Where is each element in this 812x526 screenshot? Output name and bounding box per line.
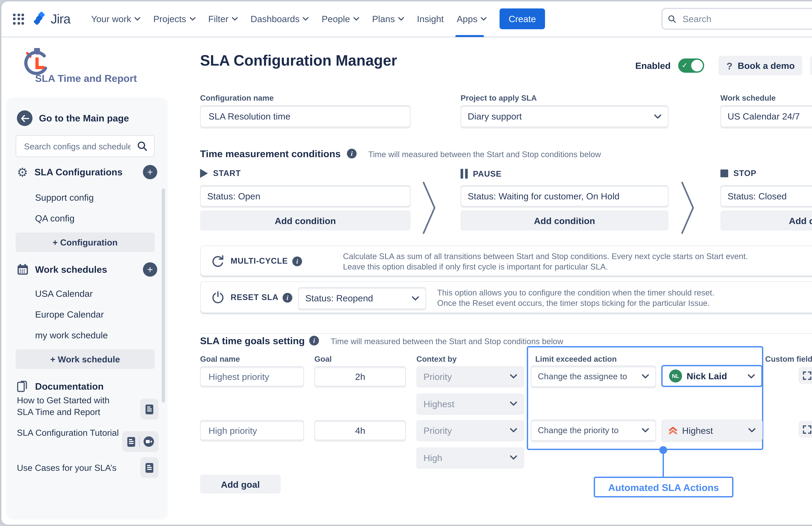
assignee-avatar: NL bbox=[669, 369, 682, 382]
search-icon bbox=[668, 14, 677, 24]
info-icon[interactable]: i bbox=[347, 149, 357, 159]
setup-wizard-button[interactable]: Setup Wizard bbox=[810, 56, 812, 75]
limit-exceeded-header: Limit exceeded action bbox=[535, 354, 617, 364]
global-search[interactable] bbox=[662, 8, 812, 30]
limit-action-select[interactable]: Change the priority to bbox=[531, 420, 656, 441]
stop-icon bbox=[721, 170, 728, 177]
start-condition-field[interactable]: Status: Open bbox=[200, 185, 410, 206]
book-a-demo-button[interactable]: ? Book a demo bbox=[719, 56, 802, 75]
goal-name-field[interactable] bbox=[200, 366, 304, 386]
sidebar-item-support-config[interactable]: Support config bbox=[35, 192, 94, 203]
configurations-gear-icon: ⚙ bbox=[17, 166, 28, 178]
article-icon bbox=[145, 463, 153, 472]
sidebar-item-usa-calendar[interactable]: USA Calendar bbox=[35, 288, 93, 299]
work-schedules-section-header: Work schedules + bbox=[17, 262, 157, 277]
automated-sla-actions-callout: Automated SLA Actions bbox=[594, 477, 734, 497]
time-conditions-subtitle: Time will measured between the Start and… bbox=[368, 150, 601, 159]
add-goal-button[interactable]: Add goal bbox=[200, 475, 281, 494]
sidebar-item-europe-calendar[interactable]: Europe Calendar bbox=[35, 309, 104, 320]
app-stage: Jira Your work Projects Filter Dashboard… bbox=[0, 0, 812, 526]
go-to-main-page-button[interactable]: Go to the Main page bbox=[17, 111, 129, 126]
context-value-select[interactable]: High bbox=[416, 448, 524, 468]
nav-apps[interactable]: Apps bbox=[450, 1, 493, 37]
reset-sla-card: RESET SLA i Status: Reopend This option … bbox=[200, 281, 812, 313]
goal-header: Goal bbox=[315, 354, 332, 364]
reset-condition-select[interactable]: Status: Reopend bbox=[298, 287, 426, 309]
multi-cycle-card: MULTI-CYCLE i ✓ Calculate SLA as sum of … bbox=[200, 246, 812, 276]
doc-link-use-cases[interactable]: Use Cases for your SLA’s bbox=[17, 462, 119, 474]
context-by-header: Context by bbox=[416, 354, 457, 364]
sidebar-scrollbar[interactable] bbox=[162, 188, 165, 403]
sidebar-search-input[interactable] bbox=[23, 141, 132, 152]
project-select[interactable]: Diary support bbox=[461, 105, 668, 127]
work-schedule-select[interactable]: US Calendar 24/7 bbox=[721, 105, 812, 127]
context-by-select[interactable]: Priority bbox=[416, 366, 524, 386]
configuration-name-input[interactable] bbox=[207, 111, 403, 122]
goal-name-field[interactable] bbox=[200, 420, 304, 440]
app-title: SLA Time and Report bbox=[35, 73, 172, 84]
expand-button[interactable] bbox=[798, 367, 812, 384]
top-navigation-bar: Jira Your work Projects Filter Dashboard… bbox=[1, 1, 812, 38]
nav-your-work[interactable]: Your work bbox=[85, 1, 147, 37]
priority-value-select[interactable]: Highest bbox=[661, 420, 763, 441]
header-actions: Enabled ✓ ? Book a demo Setup Wizard bbox=[635, 56, 812, 75]
context-by-select[interactable]: Priority bbox=[416, 420, 524, 440]
doc-article-button[interactable] bbox=[140, 399, 159, 420]
sidebar-search[interactable] bbox=[16, 135, 155, 157]
goal-value-input[interactable] bbox=[321, 424, 399, 436]
reset-sla-label: RESET SLA bbox=[231, 293, 278, 302]
info-icon[interactable]: i bbox=[282, 293, 292, 303]
stop-condition-field[interactable]: Status: Closed bbox=[721, 185, 812, 206]
configuration-name-field[interactable] bbox=[200, 105, 410, 127]
page-title: SLA Configuration Manager bbox=[200, 52, 397, 70]
limit-action-select[interactable]: Change the assignee to bbox=[531, 366, 656, 387]
jira-logo[interactable]: Jira bbox=[33, 11, 70, 26]
context-value-select[interactable]: Highest bbox=[416, 394, 524, 414]
doc-tutorial-buttons[interactable] bbox=[122, 431, 159, 452]
create-button[interactable]: Create bbox=[499, 9, 545, 29]
time-conditions-title: Time measurement conditions bbox=[200, 148, 341, 159]
enabled-toggle[interactable]: ✓ bbox=[679, 58, 705, 73]
goals-subtitle: Time will measured between the Start and… bbox=[331, 337, 563, 346]
nav-projects[interactable]: Projects bbox=[147, 1, 202, 37]
add-schedule-icon-button[interactable]: + bbox=[143, 262, 157, 277]
info-icon[interactable]: i bbox=[309, 336, 319, 346]
doc-link-get-started[interactable]: How to Get Started with SLA Time and Rep… bbox=[17, 395, 119, 418]
nav-dashboards[interactable]: Dashboards bbox=[244, 1, 315, 37]
info-icon[interactable]: i bbox=[292, 257, 302, 266]
article-icon bbox=[127, 437, 135, 447]
goal-name-input[interactable] bbox=[207, 370, 297, 382]
goal-value-input[interactable] bbox=[321, 370, 399, 382]
goal-name-input[interactable] bbox=[207, 424, 297, 436]
doc-article-button[interactable] bbox=[140, 457, 159, 478]
goal-value-field[interactable] bbox=[315, 366, 406, 386]
nav-insight[interactable]: Insight bbox=[410, 1, 450, 37]
nav-plans[interactable]: Plans bbox=[365, 1, 410, 37]
pause-icon bbox=[461, 169, 468, 179]
add-configuration-icon-button[interactable]: + bbox=[143, 165, 157, 179]
expand-icon bbox=[802, 371, 811, 380]
add-work-schedule-button[interactable]: + Work schedule bbox=[16, 349, 155, 369]
stop-column-header: STOP bbox=[721, 169, 756, 178]
work-schedule-label: Work schedule bbox=[721, 93, 776, 103]
sidebar-item-qa-config[interactable]: QA config bbox=[35, 213, 74, 223]
app-switcher-icon[interactable] bbox=[13, 13, 24, 24]
calendar-icon bbox=[17, 264, 29, 275]
goal-value-field[interactable] bbox=[315, 420, 406, 440]
nav-filter[interactable]: Filter bbox=[202, 1, 244, 37]
assignee-select[interactable]: NL Nick Laid bbox=[661, 365, 763, 387]
nav-people[interactable]: People bbox=[315, 1, 365, 37]
multi-cycle-description: Calculate SLA as sum of all transitions … bbox=[343, 251, 748, 272]
global-search-input[interactable] bbox=[681, 13, 812, 25]
pause-add-condition-button[interactable]: Add condition bbox=[461, 210, 668, 231]
sla-configurations-section-header: ⚙ SLA Configurations + bbox=[17, 165, 157, 179]
add-configuration-button[interactable]: + Configuration bbox=[16, 233, 155, 252]
search-icon bbox=[137, 141, 147, 151]
sidebar-item-my-work-schedule[interactable]: my work schedule bbox=[35, 330, 108, 340]
goals-title: SLA time goals setting bbox=[200, 335, 305, 346]
doc-link-configuration-tutorial[interactable]: SLA Configuration Tutorial bbox=[17, 427, 119, 439]
expand-button[interactable] bbox=[798, 421, 812, 438]
start-add-condition-button[interactable]: Add condition bbox=[200, 210, 410, 231]
pause-condition-field[interactable]: Status: Waiting for customer, On Hold bbox=[461, 185, 668, 206]
stop-add-condition-button[interactable]: Add condition bbox=[721, 210, 812, 231]
